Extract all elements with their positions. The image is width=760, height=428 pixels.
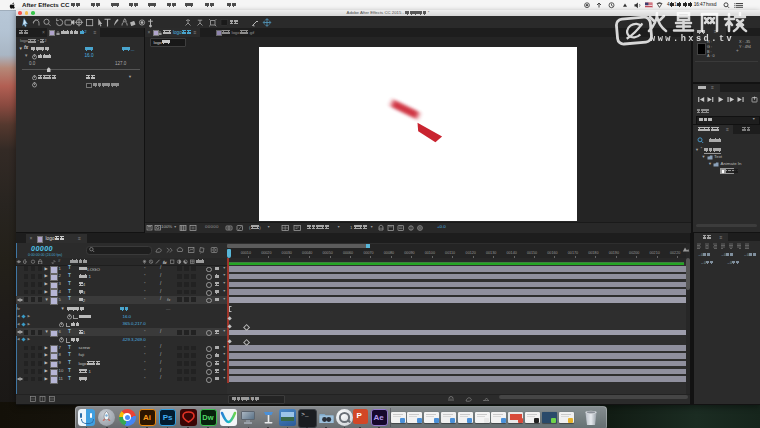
svg-text:fx: fx — [163, 259, 167, 264]
